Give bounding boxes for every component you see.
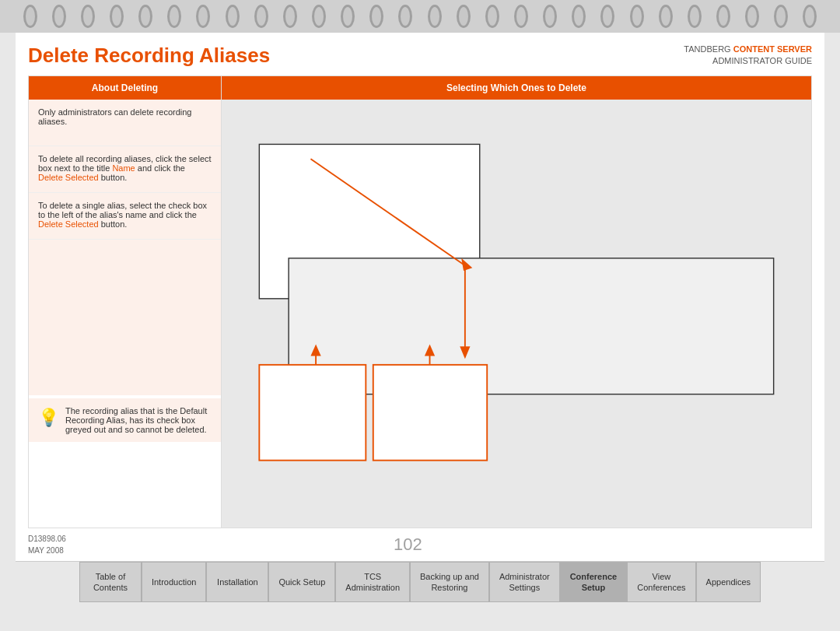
spiral-ring <box>543 5 557 28</box>
spiral-ring <box>23 5 37 28</box>
spiral-ring <box>283 5 297 28</box>
content-area: About Deleting Only administrators can d… <box>28 75 812 528</box>
nav-quick-setup[interactable]: Quick Setup <box>268 562 335 602</box>
sidebar-section-1: Only administrators can delete recording… <box>29 100 221 146</box>
name-link[interactable]: Name <box>112 163 135 173</box>
spiral-ring <box>81 5 95 28</box>
nav-administrator-settings[interactable]: AdministratorSettings <box>489 562 560 602</box>
svg-rect-7 <box>373 365 487 461</box>
sidebar-spacer <box>29 240 221 395</box>
spiral-ring <box>52 5 66 28</box>
spiral-ring <box>457 5 471 28</box>
spiral-binding <box>0 0 840 33</box>
spiral-ring <box>688 5 702 28</box>
tip-section: 💡 The recording alias that is the Defaul… <box>29 398 221 442</box>
diagram-area <box>222 100 811 520</box>
spiral-ring <box>110 5 124 28</box>
right-content: Selecting Which Ones to Delete <box>222 76 811 528</box>
spiral-ring <box>254 5 268 28</box>
spiral-ring <box>745 5 759 28</box>
spiral-ring <box>514 5 528 28</box>
delete-selected-link-2[interactable]: Delete Selected <box>38 219 99 229</box>
spiral-ring <box>716 5 730 28</box>
bottom-nav: Table ofContents Introduction Installati… <box>16 561 824 602</box>
nav-view-conferences[interactable]: ViewConferences <box>627 562 695 602</box>
spiral-ring <box>138 5 152 28</box>
nav-appendices[interactable]: Appendices <box>696 562 761 602</box>
nav-tcs-administration[interactable]: TCSAdministration <box>335 562 410 602</box>
lightbulb-icon: 💡 <box>38 408 59 428</box>
nav-backing-restoring[interactable]: Backing up andRestoring <box>410 562 489 602</box>
spiral-ring <box>226 5 240 28</box>
spiral-ring <box>485 5 499 28</box>
spiral-ring <box>167 5 181 28</box>
tip-text: The recording alias that is the Default … <box>65 406 212 434</box>
left-sidebar: About Deleting Only administrators can d… <box>29 76 222 528</box>
spiral-ring <box>600 5 614 28</box>
spiral-ring <box>803 5 817 28</box>
doc-info: D13898.06 MAY 2008 <box>28 533 66 556</box>
right-header: Selecting Which Ones to Delete <box>222 76 811 100</box>
page-number: 102 <box>66 535 750 555</box>
page-title: Delete Recording Aliases <box>28 44 270 68</box>
delete-selected-link-1[interactable]: Delete Selected <box>38 173 99 182</box>
page-container: Delete Recording Aliases TANDBERG CONTEN… <box>16 33 824 602</box>
spiral-ring <box>341 5 355 28</box>
brand-tandberg: TANDBERG CONTENT SERVER <box>684 44 812 54</box>
svg-rect-6 <box>259 365 366 461</box>
page-header: Delete Recording Aliases TANDBERG CONTEN… <box>16 33 824 75</box>
spiral-ring <box>196 5 210 28</box>
nav-table-of-contents[interactable]: Table ofContents <box>79 562 142 602</box>
spiral-ring <box>369 5 383 28</box>
sidebar-section-3: To delete a single alias, select the che… <box>29 193 221 240</box>
nav-conference-setup[interactable]: ConferenceSetup <box>560 562 628 602</box>
spiral-ring <box>428 5 442 28</box>
nav-installation[interactable]: Installation <box>206 562 268 602</box>
spiral-ring <box>572 5 586 28</box>
sidebar-section-2: To delete all recording aliases, click t… <box>29 146 221 193</box>
spiral-ring <box>630 5 644 28</box>
brand-guide: ADMINISTRATOR GUIDE <box>684 55 812 67</box>
spiral-ring <box>398 5 412 28</box>
sidebar-header: About Deleting <box>29 76 221 100</box>
nav-introduction[interactable]: Introduction <box>142 562 206 602</box>
page-footer: D13898.06 MAY 2008 102 <box>16 528 824 561</box>
brand-logo: TANDBERG CONTENT SERVER ADMINISTRATOR GU… <box>684 44 812 68</box>
spiral-ring <box>312 5 326 28</box>
diagram-svg <box>237 115 796 504</box>
spiral-ring <box>774 5 788 28</box>
spiral-ring <box>659 5 673 28</box>
